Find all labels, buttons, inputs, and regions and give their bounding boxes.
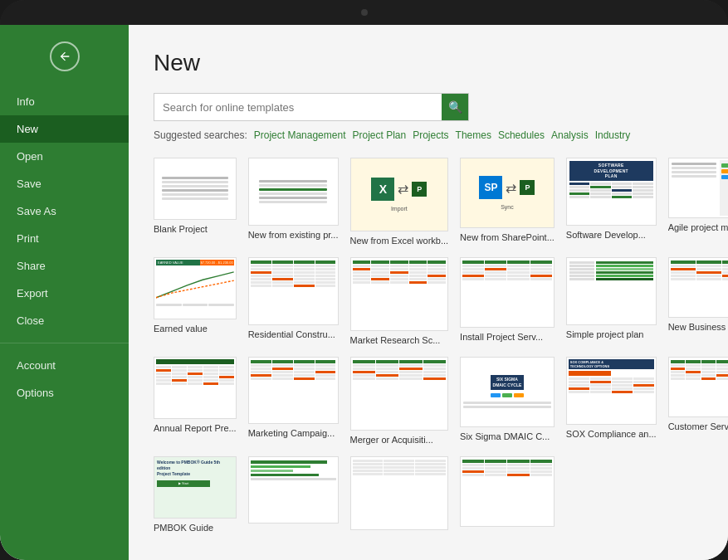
arrows-icon: ⇄ xyxy=(398,181,408,197)
template-21[interactable] xyxy=(350,456,449,534)
nav-item-account[interactable]: Account xyxy=(0,352,129,379)
template-sox[interactable]: SOX COMPLIANCE &TECHNOLOGY OPTIONS SOX C… xyxy=(566,357,657,445)
suggested-schedules[interactable]: Schedules xyxy=(498,129,545,141)
suggested-industry[interactable]: Industry xyxy=(595,129,631,141)
suggested-themes[interactable]: Themes xyxy=(456,129,491,141)
template-thumb-residential xyxy=(248,257,339,325)
template-label-six-sigma: Six Sigma DMAIC C... xyxy=(460,431,555,441)
template-agile[interactable]: Agile project man... xyxy=(668,158,728,246)
search-bar: 🔍 xyxy=(154,93,469,121)
nav-item-export[interactable]: Export xyxy=(0,280,129,307)
search-input[interactable] xyxy=(154,95,442,120)
template-label-new-business: New Business Pla... xyxy=(668,322,728,332)
template-blank[interactable]: Blank Project xyxy=(154,158,237,246)
nav-divider xyxy=(0,343,129,343)
suggested-searches: Suggested searches: Project Management P… xyxy=(154,129,703,141)
template-thumb-sharepoint: SP ⇄ P Sync xyxy=(460,158,555,228)
nav-item-info[interactable]: Info xyxy=(0,88,129,115)
template-thumb-sox: SOX COMPLIANCE &TECHNOLOGY OPTIONS xyxy=(566,357,657,425)
template-thumb-software-dev: SOFTWAREDEVELOPMENTPLAN xyxy=(566,158,657,226)
template-install-project[interactable]: Install Project Serv... xyxy=(460,257,555,345)
template-new-business[interactable]: New Business Pla... xyxy=(668,257,728,345)
template-thumb-six-sigma: SIX SIGMADMAIC CYCLE xyxy=(460,357,555,427)
template-residential[interactable]: Residential Constru... xyxy=(248,257,339,345)
template-thumb-annual-report xyxy=(154,357,237,419)
template-existing[interactable]: New from existing pr... xyxy=(248,158,339,246)
template-label-install-project: Install Project Serv... xyxy=(460,332,555,342)
nav-item-open[interactable]: Open xyxy=(0,143,129,170)
template-simple-plan[interactable]: Simple project plan xyxy=(566,257,657,345)
template-label-market-research: Market Research Sc... xyxy=(350,335,449,345)
template-thumb-21 xyxy=(350,456,449,530)
template-label-merger: Merger or Acquisiti... xyxy=(350,435,449,445)
template-customer-service[interactable]: Customer Service... xyxy=(668,357,728,445)
template-thumb-excel: X ⇄ P Import xyxy=(350,158,449,231)
main-content: New 🔍 Suggested searches: Project Manage… xyxy=(129,25,728,560)
template-label-pmbok: PMBOK Guide xyxy=(154,523,237,533)
suggested-project-plan[interactable]: Project Plan xyxy=(352,129,406,141)
template-merger[interactable]: Merger or Acquisiti... xyxy=(350,357,449,445)
device-top-bar xyxy=(0,0,728,25)
template-label-sharepoint: New from SharePoint... xyxy=(460,232,555,242)
template-thumb-blank xyxy=(154,158,237,220)
template-thumb-earned: EARNED VALUE $7,720.00 - $1,230.00 xyxy=(154,257,237,319)
template-label-software-dev: Software Develop... xyxy=(566,230,657,240)
nav-item-print[interactable]: Print xyxy=(0,225,129,252)
sidebar: Info New Open Save Save As Print Share E… xyxy=(0,25,129,560)
arrows-sp-icon: ⇄ xyxy=(506,180,516,196)
template-six-sigma[interactable]: SIX SIGMADMAIC CYCLE xyxy=(460,357,555,445)
device-camera xyxy=(361,9,368,16)
nav-item-options[interactable]: Options xyxy=(0,379,129,407)
template-earned[interactable]: EARNED VALUE $7,720.00 - $1,230.00 xyxy=(154,257,237,345)
template-thumb-market-research xyxy=(350,257,449,331)
template-thumb-pmbok: Welcome to PMBOK® Guide 5th editionProje… xyxy=(154,456,237,519)
templates-grid: Blank Project New from e xyxy=(154,158,703,534)
template-label-existing: New from existing pr... xyxy=(248,230,339,240)
nav-item-new[interactable]: New xyxy=(0,115,129,143)
template-excel[interactable]: X ⇄ P Import New from Excel workb... xyxy=(350,158,449,246)
template-label-sox: SOX Compliance an... xyxy=(566,429,657,439)
template-pmbok[interactable]: Welcome to PMBOK® Guide 5th editionProje… xyxy=(154,456,237,534)
sharepoint-icon: SP xyxy=(479,176,502,199)
nav-item-share[interactable]: Share xyxy=(0,252,129,280)
template-thumb-customer-service xyxy=(668,357,728,417)
template-thumb-existing xyxy=(248,158,339,226)
suggested-label: Suggested searches: xyxy=(154,129,247,141)
page-title: New xyxy=(154,50,703,76)
template-20[interactable] xyxy=(248,456,339,534)
search-icon[interactable]: 🔍 xyxy=(442,94,468,120)
template-label-annual-report: Annual Report Pre... xyxy=(154,423,237,433)
template-annual-report[interactable]: Annual Report Pre... xyxy=(154,357,237,445)
nav-item-save-as[interactable]: Save As xyxy=(0,197,129,225)
template-thumb-install-project xyxy=(460,257,555,328)
nav-item-save[interactable]: Save xyxy=(0,170,129,197)
template-software-dev[interactable]: SOFTWAREDEVELOPMENTPLAN Software Develop… xyxy=(566,158,657,246)
template-thumb-marketing xyxy=(248,357,339,425)
template-label-excel: New from Excel workb... xyxy=(350,236,449,246)
template-marketing[interactable]: Marketing Campaig... xyxy=(248,357,339,445)
back-button[interactable] xyxy=(50,41,80,71)
template-label-simple-plan: Simple project plan xyxy=(566,329,657,339)
template-label-customer-service: Customer Service... xyxy=(668,421,728,431)
template-label-blank: Blank Project xyxy=(154,224,237,234)
template-thumb-merger xyxy=(350,357,449,431)
suggested-project-management[interactable]: Project Management xyxy=(254,129,346,141)
template-thumb-20 xyxy=(248,456,339,524)
suggested-projects[interactable]: Projects xyxy=(413,129,448,141)
template-thumb-new-business xyxy=(668,257,728,318)
template-label-agile: Agile project man... xyxy=(668,222,728,232)
template-thumb-simple-plan xyxy=(566,257,657,325)
excel-icon: X xyxy=(371,178,394,201)
template-thumb-agile xyxy=(668,158,728,218)
nav-item-close[interactable]: Close xyxy=(0,307,129,334)
template-label-residential: Residential Constru... xyxy=(248,329,339,339)
template-market-research[interactable]: Market Research Sc... xyxy=(350,257,449,345)
template-label-marketing: Marketing Campaig... xyxy=(248,428,339,438)
template-sharepoint[interactable]: SP ⇄ P Sync New from SharePoint... xyxy=(460,158,555,246)
suggested-analysis[interactable]: Analysis xyxy=(551,129,589,141)
template-22[interactable] xyxy=(460,456,555,534)
template-label-earned: Earned value xyxy=(154,324,237,334)
template-thumb-22 xyxy=(460,456,555,527)
